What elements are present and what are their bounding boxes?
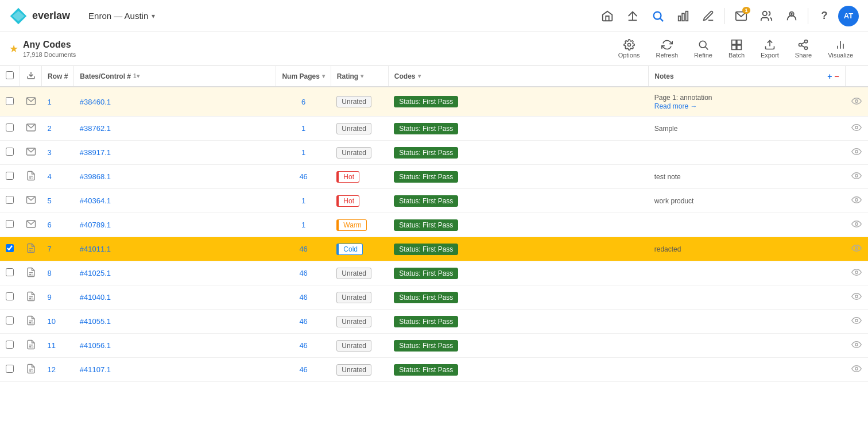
numpages-cell[interactable]: 1 <box>276 213 331 237</box>
profile-nav-button[interactable] <box>780 5 803 28</box>
project-selector[interactable]: Enron — Austin ▾ <box>84 9 160 23</box>
row-checkbox[interactable] <box>6 316 14 325</box>
codes-cell[interactable]: Status: First Pass <box>388 237 648 261</box>
row-checkbox[interactable] <box>6 341 14 349</box>
bates-cell[interactable]: #38917.1 <box>74 141 276 165</box>
numpages-cell[interactable]: 1 <box>276 141 331 165</box>
row-checkbox[interactable] <box>6 268 14 276</box>
rating-badge[interactable]: Cold <box>336 244 363 255</box>
bates-cell[interactable]: #41011.1 <box>74 237 276 261</box>
eye-cell[interactable] <box>845 87 868 117</box>
eye-cell[interactable] <box>845 285 868 310</box>
numpages-header[interactable]: Num Pages ▾ <box>276 66 331 87</box>
code-badge[interactable]: Status: First Pass <box>394 268 458 279</box>
row-number-cell[interactable]: 3 <box>42 141 74 165</box>
numpages-cell[interactable]: 1 <box>276 189 331 213</box>
export-button[interactable]: Export <box>755 37 785 61</box>
row-checkbox-cell[interactable] <box>0 213 20 237</box>
preview-eye-icon[interactable] <box>851 339 862 350</box>
eye-cell[interactable] <box>845 165 868 189</box>
numpages-cell[interactable]: 46 <box>276 165 331 189</box>
preview-eye-icon[interactable] <box>851 122 862 133</box>
numpages-cell[interactable]: 46 <box>276 358 331 382</box>
rating-badge[interactable]: Unrated <box>336 123 371 134</box>
mail-nav-button[interactable]: 1 <box>730 5 753 28</box>
row-number-cell[interactable]: 4 <box>42 165 74 189</box>
batch-button[interactable]: Batch <box>723 37 750 61</box>
search-nav-button[interactable] <box>646 5 669 28</box>
rating-header[interactable]: Rating ▾ <box>331 66 388 87</box>
preview-eye-icon[interactable] <box>851 364 862 374</box>
numpages-filter-icon[interactable]: ▾ <box>322 73 325 79</box>
refine-button[interactable]: Refine <box>688 37 718 61</box>
eye-cell[interactable] <box>845 261 868 285</box>
bates-cell[interactable]: #40789.1 <box>74 213 276 237</box>
rating-badge[interactable]: Warm <box>336 219 367 231</box>
rating-badge[interactable]: Hot <box>336 195 359 207</box>
eye-cell[interactable] <box>845 334 868 358</box>
codes-cell[interactable]: Status: First Pass <box>388 189 648 213</box>
help-nav-button[interactable]: ? <box>813 5 836 28</box>
upload-nav-button[interactable] <box>621 5 644 28</box>
options-button[interactable]: Options <box>613 37 646 61</box>
row-number-cell[interactable]: 8 <box>42 261 74 285</box>
download-header[interactable] <box>20 66 42 87</box>
code-badge[interactable]: Status: First Pass <box>394 219 458 231</box>
eye-cell[interactable] <box>845 237 868 261</box>
rating-badge[interactable]: Hot <box>336 171 359 183</box>
codes-cell[interactable]: Status: First Pass <box>388 285 648 310</box>
rating-cell[interactable]: Unrated <box>331 87 388 117</box>
eye-cell[interactable] <box>845 310 868 334</box>
preview-eye-icon[interactable] <box>851 219 862 229</box>
code-badge[interactable]: Status: First Pass <box>394 340 458 352</box>
row-checkbox-cell[interactable] <box>0 165 20 189</box>
rating-cell[interactable]: Unrated <box>331 261 388 285</box>
bates-cell[interactable]: #41025.1 <box>74 261 276 285</box>
row-checkbox-cell[interactable] <box>0 334 20 358</box>
code-badge[interactable]: Status: First Pass <box>394 147 458 159</box>
row-checkbox[interactable] <box>6 97 14 105</box>
eye-cell[interactable] <box>845 358 868 382</box>
analytics-nav-button[interactable] <box>672 5 695 28</box>
rating-cell[interactable]: Warm <box>331 213 388 237</box>
row-number-cell[interactable]: 7 <box>42 237 74 261</box>
rating-badge[interactable]: Unrated <box>336 268 371 279</box>
bates-cell[interactable]: #40364.1 <box>74 189 276 213</box>
eye-cell[interactable] <box>845 213 868 237</box>
preview-eye-icon[interactable] <box>851 315 862 326</box>
rating-cell[interactable]: Unrated <box>331 141 388 165</box>
rating-badge[interactable]: Unrated <box>336 340 371 352</box>
row-number-cell[interactable]: 2 <box>42 117 74 141</box>
code-badge[interactable]: Status: First Pass <box>394 171 458 183</box>
row-number-cell[interactable]: 6 <box>42 213 74 237</box>
eye-cell[interactable] <box>845 117 868 141</box>
preview-eye-icon[interactable] <box>851 267 862 277</box>
code-badge[interactable]: Status: First Pass <box>394 244 458 255</box>
code-badge[interactable]: Status: First Pass <box>394 96 458 107</box>
rating-badge[interactable]: Unrated <box>336 316 371 327</box>
rating-badge[interactable]: Unrated <box>336 147 371 159</box>
codes-header[interactable]: Codes ▾ <box>388 66 648 87</box>
bates-sort-icon[interactable]: 1▾ <box>133 73 140 79</box>
star-icon[interactable]: ★ <box>9 43 18 55</box>
share-button[interactable]: Share <box>789 37 817 61</box>
preview-eye-icon[interactable] <box>851 146 862 157</box>
codes-cell[interactable]: Status: First Pass <box>388 213 648 237</box>
row-checkbox[interactable] <box>6 196 14 204</box>
numpages-cell[interactable]: 1 <box>276 117 331 141</box>
avatar-button[interactable]: AT <box>838 6 859 26</box>
code-badge[interactable]: Status: First Pass <box>394 316 458 327</box>
row-number-cell[interactable]: 1 <box>42 87 74 117</box>
bates-cell[interactable]: #39868.1 <box>74 165 276 189</box>
bates-cell[interactable]: #41056.1 <box>74 334 276 358</box>
preview-eye-icon[interactable] <box>851 243 862 253</box>
row-checkbox-cell[interactable] <box>0 117 20 141</box>
row-checkbox-cell[interactable] <box>0 237 20 261</box>
eye-cell[interactable] <box>845 141 868 165</box>
code-badge[interactable]: Status: First Pass <box>394 195 458 207</box>
visualize-button[interactable]: Visualize <box>822 37 859 61</box>
row-checkbox-cell[interactable] <box>0 261 20 285</box>
row-number-cell[interactable]: 12 <box>42 358 74 382</box>
bates-cell[interactable]: #41055.1 <box>74 310 276 334</box>
preview-eye-icon[interactable] <box>851 195 862 205</box>
